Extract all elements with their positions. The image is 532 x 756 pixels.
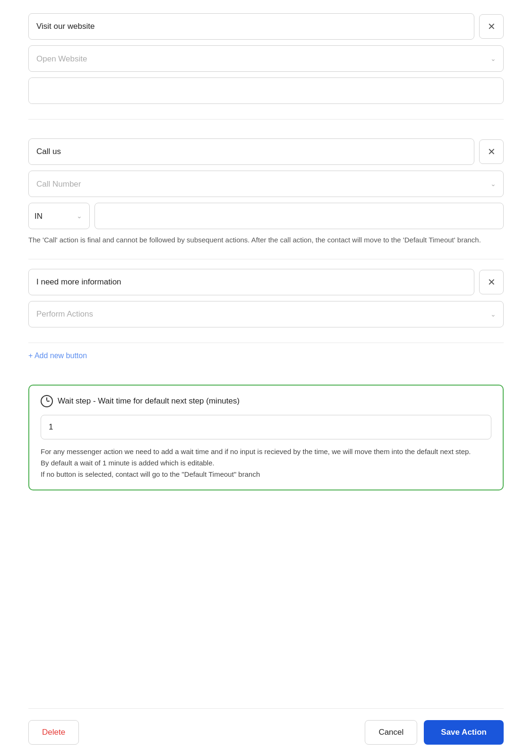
more-info-input[interactable] bbox=[28, 269, 474, 295]
visit-website-row: ✕ bbox=[28, 13, 504, 40]
wait-step-description: For any messenger action we need to add … bbox=[41, 446, 491, 480]
visit-website-input[interactable] bbox=[28, 13, 474, 40]
wait-step-header: Wait step - Wait time for default next s… bbox=[41, 395, 491, 407]
call-us-row: ✕ bbox=[28, 138, 504, 165]
wait-desc-line2: By default a wait of 1 minute is added w… bbox=[41, 459, 215, 467]
call-number-dropdown-wrapper: Call Number ⌄ bbox=[28, 171, 504, 197]
call-us-section: ✕ Call Number ⌄ IN ⌄ The 'Call' action i… bbox=[28, 129, 504, 259]
country-code-wrapper: IN ⌄ bbox=[28, 203, 90, 229]
delete-button[interactable]: Delete bbox=[28, 720, 79, 745]
perform-actions-dropdown[interactable]: Perform Actions bbox=[28, 301, 504, 327]
footer-right: Cancel Save Action bbox=[365, 720, 504, 745]
country-code-dropdown[interactable]: IN bbox=[28, 203, 90, 229]
open-website-dropdown[interactable]: Open Website bbox=[28, 45, 504, 72]
phone-number-input[interactable] bbox=[94, 203, 504, 229]
add-new-button[interactable]: + Add new button bbox=[28, 348, 87, 364]
wait-time-input[interactable] bbox=[41, 415, 491, 439]
save-action-button[interactable]: Save Action bbox=[424, 720, 504, 745]
phone-inputs-row: IN ⌄ bbox=[28, 203, 504, 229]
more-info-section: ✕ Perform Actions ⌄ bbox=[28, 259, 504, 343]
add-button-container: + Add new button bbox=[28, 343, 504, 373]
cancel-button[interactable]: Cancel bbox=[365, 720, 417, 745]
call-us-close-button[interactable]: ✕ bbox=[479, 139, 504, 164]
more-info-row: ✕ bbox=[28, 269, 504, 295]
open-website-dropdown-wrapper: Open Website ⌄ bbox=[28, 45, 504, 72]
clock-icon bbox=[41, 395, 53, 407]
call-us-input[interactable] bbox=[28, 138, 474, 165]
wait-desc-line1: For any messenger action we need to add … bbox=[41, 447, 471, 455]
wait-step-title: Wait step - Wait time for default next s… bbox=[58, 396, 240, 406]
wait-desc-line3: If no button is selected, contact will g… bbox=[41, 470, 260, 478]
visit-website-url-input-container bbox=[28, 77, 504, 104]
call-info-text: The 'Call' action is final and cannot be… bbox=[28, 235, 504, 246]
wait-step-section: Wait step - Wait time for default next s… bbox=[28, 385, 504, 490]
perform-actions-dropdown-wrapper: Perform Actions ⌄ bbox=[28, 301, 504, 327]
visit-website-url-input[interactable] bbox=[29, 78, 503, 103]
call-number-dropdown[interactable]: Call Number bbox=[28, 171, 504, 197]
visit-website-close-button[interactable]: ✕ bbox=[479, 14, 504, 39]
more-info-close-button[interactable]: ✕ bbox=[479, 270, 504, 294]
footer: Delete Cancel Save Action bbox=[28, 708, 504, 756]
